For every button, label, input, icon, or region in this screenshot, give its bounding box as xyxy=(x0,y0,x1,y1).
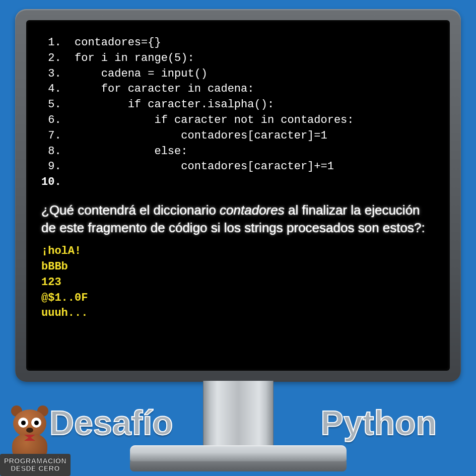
code-line-9: contadores[caracter]+=1 xyxy=(75,160,334,173)
title-right: Python xyxy=(321,403,437,442)
lineno-2: 2. xyxy=(41,52,75,64)
code-line-8: else: xyxy=(75,145,187,158)
code-line-2: for i in range(5): xyxy=(75,52,194,64)
code-block: 1. contadores={} 2. for i in range(5): 3… xyxy=(41,35,435,190)
code-line-3: cadena = input() xyxy=(75,67,208,80)
input-2: bBBb xyxy=(41,260,68,273)
monitor-stand-foot xyxy=(130,461,347,471)
code-line-6: if caracter not in contadores: xyxy=(75,114,354,126)
monitor-frame: 1. contadores={} 2. for i in range(5): 3… xyxy=(15,9,461,382)
question-em: contadores xyxy=(220,202,285,218)
input-3: 123 xyxy=(41,276,61,289)
question-part1: ¿Qué contendrá el diccionario xyxy=(41,202,220,218)
lineno-10: 10. xyxy=(41,176,75,188)
code-line-5: if caracter.isalpha(): xyxy=(75,98,274,111)
input-strings: ¡holA! bBBb 123 @$1..0F uuuh... xyxy=(41,244,435,321)
input-5: uuuh... xyxy=(41,307,88,319)
monitor-stand-neck xyxy=(203,381,274,447)
monitor-stand-base xyxy=(130,445,347,463)
code-line-1: contadores={} xyxy=(75,36,161,49)
code-line-4: for caracter in cadena: xyxy=(75,83,254,95)
code-line-7: contadores[caracter]=1 xyxy=(75,129,327,142)
lineno-1: 1. xyxy=(41,36,75,49)
lineno-3: 3. xyxy=(41,67,75,80)
lineno-6: 6. xyxy=(41,114,75,126)
title-left: Desafío xyxy=(49,403,173,442)
brand-line2: DESDE CERO xyxy=(11,465,60,472)
brand-line1: PROGRAMACIÓN xyxy=(4,457,66,465)
lineno-8: 8. xyxy=(41,145,75,158)
lineno-5: 5. xyxy=(41,98,75,111)
brand-badge: PROGRAMACIÓN DESDE CERO xyxy=(0,454,71,476)
lineno-7: 7. xyxy=(41,129,75,142)
question-text: ¿Qué contendrá el diccionario contadores… xyxy=(41,201,435,237)
input-1: ¡holA! xyxy=(41,245,81,257)
lineno-4: 4. xyxy=(41,83,75,95)
lineno-9: 9. xyxy=(41,160,75,173)
input-4: @$1..0F xyxy=(41,292,88,304)
screen: 1. contadores={} 2. for i in range(5): 3… xyxy=(26,20,450,371)
